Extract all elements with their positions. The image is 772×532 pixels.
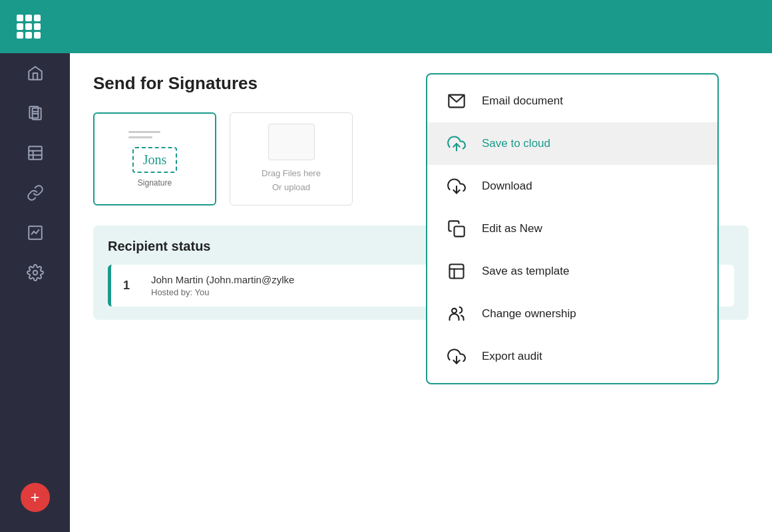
dropdown-change-ownership[interactable]: Change ownership bbox=[427, 293, 717, 335]
sidebar-item-link[interactable] bbox=[0, 173, 70, 213]
upload-cloud-icon bbox=[446, 133, 467, 154]
sidebar-item-settings[interactable] bbox=[0, 253, 70, 293]
dropdown-edit-new[interactable]: Edit as New bbox=[427, 207, 717, 250]
download-icon bbox=[446, 176, 467, 197]
dropdown-save-cloud[interactable]: Save to cloud bbox=[427, 122, 717, 165]
export-icon bbox=[446, 346, 467, 367]
signature-card[interactable]: Jons Signature bbox=[93, 112, 216, 205]
sidebar-item-home[interactable] bbox=[0, 53, 70, 93]
upload-line2: Or upload bbox=[272, 181, 310, 195]
recipient-name: John Martin (John.martin@zylke bbox=[151, 274, 294, 285]
export-audit-label: Export audit bbox=[482, 350, 542, 363]
signature-preview: Jons bbox=[132, 147, 178, 173]
signature-label: Signature bbox=[138, 178, 172, 188]
upload-area-inner bbox=[268, 124, 315, 160]
recipient-details: John Martin (John.martin@zylke Hosted by… bbox=[151, 274, 294, 297]
sidebar-item-documents[interactable] bbox=[0, 93, 70, 133]
svg-rect-13 bbox=[455, 227, 465, 237]
svg-point-9 bbox=[33, 271, 37, 275]
main-content: Send for Signatures Jons Signature Drag … bbox=[70, 0, 772, 532]
email-icon bbox=[446, 90, 467, 112]
users-icon bbox=[446, 303, 467, 325]
dropdown-download[interactable]: Download bbox=[427, 165, 717, 207]
copy-icon bbox=[446, 218, 467, 239]
template-icon bbox=[446, 261, 467, 282]
sidebar-item-table[interactable] bbox=[0, 133, 70, 173]
sidebar-item-chart[interactable] bbox=[0, 213, 70, 253]
svg-point-17 bbox=[452, 309, 457, 313]
recipient-number: 1 bbox=[123, 279, 139, 293]
dropdown-menu: Email document Save to cloud Download Ed… bbox=[426, 73, 719, 384]
top-bar bbox=[0, 0, 772, 53]
doc-lines bbox=[128, 131, 182, 142]
upload-line1: Drag Files here bbox=[262, 167, 321, 181]
add-button[interactable]: + bbox=[21, 483, 50, 512]
change-ownership-label: Change ownership bbox=[482, 307, 576, 321]
recipient-host: Hosted by: You bbox=[151, 287, 294, 297]
email-document-label: Email document bbox=[482, 94, 563, 108]
dropdown-export-audit[interactable]: Export audit bbox=[427, 335, 717, 378]
grid-icon[interactable] bbox=[17, 15, 41, 39]
save-template-label: Save as template bbox=[482, 265, 569, 278]
dropdown-email-document[interactable]: Email document bbox=[427, 80, 717, 122]
sidebar: + bbox=[0, 0, 70, 532]
edit-new-label: Edit as New bbox=[482, 222, 542, 235]
svg-rect-4 bbox=[29, 146, 42, 160]
svg-rect-14 bbox=[450, 265, 464, 279]
download-label: Download bbox=[482, 180, 532, 193]
dropdown-save-template[interactable]: Save as template bbox=[427, 250, 717, 293]
upload-card[interactable]: Drag Files here Or upload bbox=[230, 112, 353, 205]
save-cloud-label: Save to cloud bbox=[482, 137, 550, 150]
